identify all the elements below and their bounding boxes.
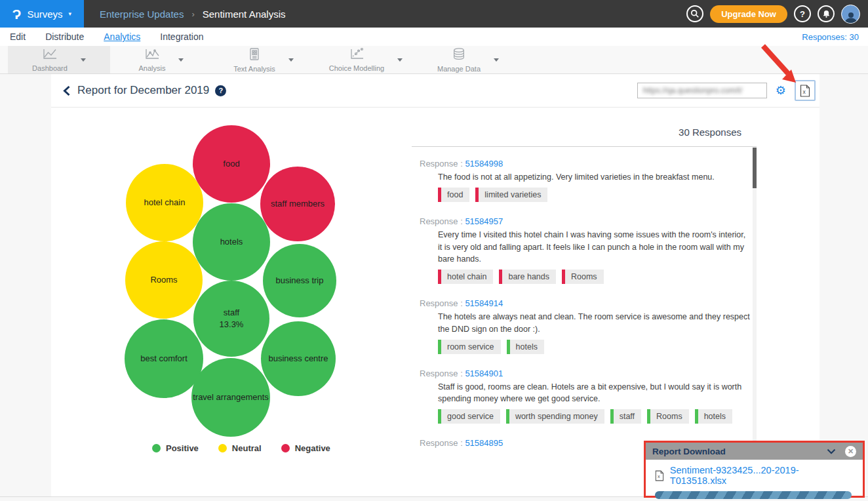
svg-text:x: x	[803, 89, 806, 95]
response-label: Response : 51584914	[420, 298, 757, 308]
sentiment-tag: good service	[438, 409, 500, 424]
breadcrumb: Enterprise Updates › Sentiment Analysis	[100, 9, 285, 20]
response-tags: good serviceworth spending moneystaffRoo…	[438, 409, 757, 424]
export-xlsx-button[interactable]: x	[795, 80, 816, 101]
line-chart-icon	[42, 47, 58, 63]
upgrade-now-button[interactable]: Upgrade Now	[710, 5, 787, 23]
report-help-button[interactable]: ?	[215, 85, 226, 96]
legend-item-negative: Negative	[281, 443, 330, 453]
bubble-business-centre[interactable]: business centre	[261, 321, 336, 396]
tab-text-analysis[interactable]: Text Analysis	[212, 46, 315, 73]
scrollbar-thumb[interactable]	[753, 148, 757, 188]
download-panel-header: Report Download ✕	[646, 443, 863, 460]
sentiment-tag: worth spending money	[506, 409, 604, 424]
responses-count: Responses: 30	[802, 32, 868, 42]
report-card: Report for December 2019 ? https://qa.qu…	[51, 74, 819, 496]
legend-label: Neutral	[232, 443, 262, 453]
download-file-link[interactable]: Sentiment-9323425...20-2019-T013518.xlsx	[670, 465, 854, 486]
bubble-travel-arrangements[interactable]: travel arrangements	[191, 358, 270, 437]
bubble-label: hotels	[220, 236, 243, 248]
bubble-staff[interactable]: staff13.3%	[193, 281, 269, 357]
sentiment-tag: staff	[610, 409, 641, 424]
download-panel-title: Report Download	[652, 447, 726, 456]
tab-dashboard[interactable]: Dashboard	[8, 46, 110, 73]
back-button[interactable]	[62, 85, 71, 96]
question-mark-icon: ?	[218, 87, 223, 94]
response-id-link[interactable]: 51584957	[465, 216, 503, 226]
legend-dot-icon	[152, 444, 161, 452]
response-label: Response : 51584957	[420, 216, 757, 226]
response-id-link[interactable]: 51584895	[465, 438, 503, 448]
bubble-label: staff members	[271, 198, 325, 210]
database-icon	[452, 47, 466, 64]
search-icon	[690, 9, 700, 18]
notifications-button[interactable]	[818, 5, 835, 22]
tab-analysis[interactable]: Analysis	[110, 46, 212, 73]
bubble-label: hotel chain	[144, 197, 186, 209]
chevron-down-icon: ▾	[69, 10, 72, 17]
chevron-down-icon	[827, 449, 836, 454]
bubble-hotel-chain[interactable]: hotel chain	[126, 164, 203, 241]
close-button[interactable]: ✕	[845, 446, 856, 457]
chart-legend: PositiveNeutralNegative	[152, 443, 330, 453]
bubble-hotels[interactable]: hotels	[193, 203, 270, 281]
legend-label: Positive	[166, 443, 199, 453]
top-navbar: Ɂ Surveys ▾ Enterprise Updates › Sentime…	[0, 0, 868, 28]
svg-text:x: x	[658, 473, 660, 479]
chevron-down-icon[interactable]	[494, 58, 499, 62]
tab-manage-data[interactable]: Manage Data	[417, 46, 519, 73]
nav-item-analytics[interactable]: Analytics	[104, 31, 140, 42]
excel-file-icon: x	[655, 470, 664, 481]
close-icon: ✕	[848, 447, 854, 456]
sentiment-tag: hotels	[507, 340, 544, 354]
response-item: Response : 51584998The food is not at al…	[420, 159, 757, 202]
response-label: Response : 51584998	[420, 159, 757, 169]
document-icon	[248, 47, 261, 64]
bubble-Rooms[interactable]: Rooms	[125, 241, 203, 319]
nav-item-edit[interactable]: Edit	[10, 31, 26, 42]
help-button[interactable]: ?	[794, 5, 811, 22]
tab-choice-modelling[interactable]: Choice Modelling	[315, 46, 417, 73]
user-avatar[interactable]	[841, 5, 860, 24]
sentiment-tag: food	[438, 188, 469, 202]
report-header: Report for December 2019 ? https://qa.qu…	[51, 74, 819, 108]
share-url-input[interactable]: https://qa.questionpro.com/t/	[637, 83, 767, 98]
sentiment-tag: Rooms	[647, 409, 689, 424]
report-download-panel: Report Download ✕ x Sentiment-9323425...…	[644, 441, 865, 498]
response-id-link[interactable]: 51584914	[465, 298, 503, 308]
search-button[interactable]	[686, 5, 703, 22]
legend-dot-icon	[218, 444, 227, 452]
download-panel-body: x Sentiment-9323425...20-2019-T013518.xl…	[646, 460, 863, 499]
response-id-link[interactable]: 51584998	[465, 159, 503, 169]
product-name: Surveys	[27, 9, 62, 20]
bubble-food[interactable]: food	[193, 125, 270, 203]
breadcrumb-separator: ›	[191, 9, 194, 19]
minimize-button[interactable]	[827, 449, 836, 454]
settings-gear-button[interactable]: ⚙	[776, 85, 786, 96]
response-tags: hotel chainbare handsRooms	[438, 270, 757, 284]
sentiment-tag: bare hands	[499, 270, 556, 284]
chevron-down-icon[interactable]	[397, 58, 403, 62]
nav-item-distribute[interactable]: Distribute	[45, 31, 84, 42]
legend-label: Negative	[295, 443, 330, 453]
chevron-down-icon[interactable]	[288, 58, 294, 62]
response-id-link[interactable]: 51584901	[465, 369, 503, 378]
breadcrumb-parent[interactable]: Enterprise Updates	[100, 9, 184, 20]
legend-item-positive: Positive	[152, 443, 199, 453]
bubble-business-trip[interactable]: business trip	[263, 244, 336, 317]
question-mark-icon: ?	[800, 9, 805, 19]
response-tags: foodlimited varieties	[438, 188, 757, 202]
bubble-percent: 13.3%	[220, 319, 244, 331]
gear-icon: ⚙	[776, 84, 786, 97]
responses-heading: 30 Responses	[679, 127, 741, 138]
bubble-label: travel arrangements	[193, 391, 269, 403]
surveys-product-menu[interactable]: Ɂ Surveys ▾	[0, 0, 84, 28]
nav-item-integration[interactable]: Integration	[160, 31, 203, 42]
response-tags: room servicehotels	[438, 340, 757, 354]
bubble-best-comfort[interactable]: best comfort	[125, 319, 203, 398]
chevron-down-icon[interactable]	[178, 58, 184, 62]
bubble-staff-members[interactable]: staff members	[260, 167, 335, 241]
response-item: Response : 51584957Every time I visited …	[420, 216, 757, 284]
chevron-down-icon[interactable]	[81, 58, 86, 62]
sentiment-tag: limited varieties	[475, 188, 547, 202]
